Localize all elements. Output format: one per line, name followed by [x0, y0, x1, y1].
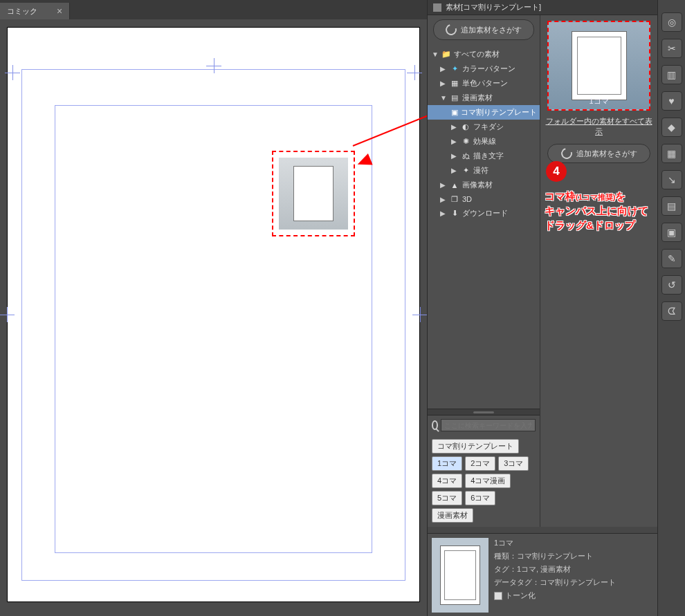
- scissors-icon: ✂: [668, 43, 676, 54]
- crop-mark-icon: [5, 65, 20, 80]
- tool-button[interactable]: ▣: [661, 223, 682, 242]
- tool-button[interactable]: ♥: [661, 91, 682, 111]
- frame-icon: [293, 166, 334, 221]
- pattern-icon: ▦: [450, 79, 459, 88]
- document-tab-label: コミック: [7, 6, 37, 17]
- tool-button[interactable]: ᗧ: [661, 301, 682, 321]
- material-thumb-column: 1コマ フォルダー内の素材をすべて表示 追加素材をさがす 4 コマ枠(1コマ推奨…: [540, 15, 657, 527]
- panel-title-bar[interactable]: 素材[コマ割りテンプレート]: [428, 0, 657, 15]
- canvas-page[interactable]: [8, 28, 419, 601]
- material-thumbnail[interactable]: 1コマ: [547, 21, 650, 111]
- crop-mark-icon: [0, 307, 15, 322]
- palette-icon: ▤: [667, 200, 676, 212]
- cube-icon: ❒: [450, 194, 459, 204]
- tree-item-manga[interactable]: ▼▤漫画素材: [428, 91, 540, 105]
- tree-label: 3D: [462, 195, 472, 203]
- template-icon: ▣: [451, 108, 458, 118]
- tree-item-mono[interactable]: ▶▦単色パターン: [428, 76, 540, 91]
- quick-access-button[interactable]: ◎: [661, 12, 682, 32]
- tree-label: 漫画素材: [462, 93, 493, 103]
- folder-icon: ▥: [667, 69, 676, 80]
- tag-button[interactable]: コマ割りテンプレート: [432, 439, 519, 454]
- tag-cloud: コマ割りテンプレート 1コマ 2コマ 3コマ 4コマ 4コマ漫画 5コマ 6コマ…: [428, 435, 540, 527]
- canvas-area[interactable]: [0, 19, 427, 616]
- tag-button[interactable]: 5コマ: [432, 491, 462, 505]
- tag-button[interactable]: 6コマ: [465, 491, 495, 505]
- info-kind: 種類：コマ割りテンプレート: [494, 551, 616, 561]
- tree-item-3d[interactable]: ▶❒3D: [428, 192, 540, 206]
- tree-label: 単色パターン: [462, 78, 508, 88]
- refresh-icon: [444, 22, 459, 37]
- find-more-button[interactable]: 追加素材をさがす: [433, 19, 534, 40]
- frame-icon: [440, 545, 480, 605]
- find-more-button[interactable]: 追加素材をさがす: [547, 144, 650, 163]
- tree-item-color[interactable]: ▶✦カラーパターン: [428, 62, 540, 76]
- material-panel: 素材[コマ割りテンプレート] 追加素材をさがす ▼📁すべての素材 ▶✦カラーパタ…: [427, 0, 657, 616]
- burst-icon: ✺: [461, 137, 471, 147]
- show-all-link[interactable]: フォルダー内の素材をすべて表示: [540, 113, 657, 140]
- checkbox-icon[interactable]: [494, 592, 502, 600]
- crop-mark-icon: [412, 307, 428, 322]
- tool-button[interactable]: ↘: [661, 170, 682, 189]
- right-toolbar: ◎ ✂ ▥ ♥ ◆ ▦ ↘ ▤ ▣ ✎ ↺ ᗧ: [657, 0, 685, 616]
- info-datatag: データタグ：コマ割りテンプレート: [494, 577, 616, 588]
- layers-icon: ▣: [667, 227, 676, 238]
- tree-label: カラーパターン: [462, 64, 515, 74]
- tree-item-balloon[interactable]: ▶◐フキダシ: [428, 120, 540, 134]
- tree-item-download[interactable]: ▶⬇ダウンロード: [428, 206, 540, 221]
- document-tab[interactable]: コミック ×: [0, 3, 70, 19]
- tree-label: 画像素材: [462, 180, 493, 190]
- tag-button[interactable]: 漫画素材: [432, 508, 473, 523]
- arrow-icon: ↘: [668, 174, 676, 185]
- panel-splitter[interactable]: [428, 409, 540, 416]
- tag-button[interactable]: 1コマ: [432, 456, 462, 471]
- text-icon: ぬ: [461, 151, 471, 161]
- tool-button[interactable]: ↺: [661, 275, 682, 295]
- search-icon: [432, 420, 438, 430]
- search-input[interactable]: [441, 419, 536, 431]
- tone-checkbox-row[interactable]: トーン化: [494, 590, 616, 601]
- tag-button[interactable]: 4コマ漫画: [465, 474, 511, 488]
- target-icon: ◎: [668, 17, 676, 28]
- thumb-label: 1コマ: [589, 96, 608, 106]
- annotation-step-badge: 4: [546, 161, 567, 182]
- shape-icon: ◆: [668, 122, 675, 133]
- tree-label: フキダシ: [473, 122, 504, 132]
- tree-label: すべての素材: [454, 49, 500, 59]
- tool-button[interactable]: ✂: [661, 39, 682, 58]
- frame-preview-icon: [572, 31, 627, 100]
- tool-button[interactable]: ▤: [661, 196, 682, 216]
- folder-icon: ▤: [450, 93, 459, 103]
- drag-preview-thumb: [279, 158, 348, 230]
- tree-item-image[interactable]: ▶▲画像素材: [428, 178, 540, 192]
- tree-item-manpu[interactable]: ▶✦漫符: [428, 163, 540, 178]
- tag-button[interactable]: 4コマ: [432, 474, 462, 488]
- material-tree[interactable]: ▼📁すべての素材 ▶✦カラーパターン ▶▦単色パターン ▼▤漫画素材 ▣コマ割り…: [428, 44, 540, 409]
- grid-icon: ▦: [667, 148, 676, 159]
- info-name: 1コマ: [494, 538, 616, 548]
- refresh-icon: [559, 146, 574, 161]
- tag-button[interactable]: 2コマ: [465, 456, 495, 471]
- close-icon[interactable]: ×: [57, 6, 62, 17]
- tool-button[interactable]: ▦: [661, 144, 682, 163]
- tool-button[interactable]: ✎: [661, 249, 682, 268]
- tag-button[interactable]: 3コマ: [498, 456, 529, 471]
- crop-mark-icon: [206, 58, 221, 73]
- search-row: [428, 416, 540, 435]
- edit-icon: ✎: [668, 253, 676, 264]
- tool-button[interactable]: ▥: [661, 65, 682, 84]
- folder-icon: 📁: [441, 50, 451, 59]
- panel-title-text: 素材[コマ割りテンプレート]: [446, 2, 541, 12]
- tool-button[interactable]: ◆: [661, 118, 682, 137]
- tree-root[interactable]: ▼📁すべての素材: [428, 47, 540, 62]
- pattern-icon: ✦: [450, 64, 459, 74]
- tree-item-frame-template[interactable]: ▣コマ割りテンプレート: [428, 105, 540, 120]
- tree-item-effect[interactable]: ▶✺効果線: [428, 134, 540, 149]
- tree-label: 描き文字: [473, 151, 504, 161]
- balloon-icon: ◐: [461, 122, 471, 132]
- tree-item-drawn-text[interactable]: ▶ぬ描き文字: [428, 149, 540, 163]
- material-info: 1コマ 種類：コマ割りテンプレート タグ：1コマ, 漫画素材 データタグ：コマ割…: [428, 533, 658, 616]
- tree-label: 効果線: [473, 136, 496, 147]
- material-tree-column: 追加素材をさがす ▼📁すべての素材 ▶✦カラーパターン ▶▦単色パターン ▼▤漫…: [428, 15, 540, 527]
- crop-mark-icon: [407, 65, 422, 80]
